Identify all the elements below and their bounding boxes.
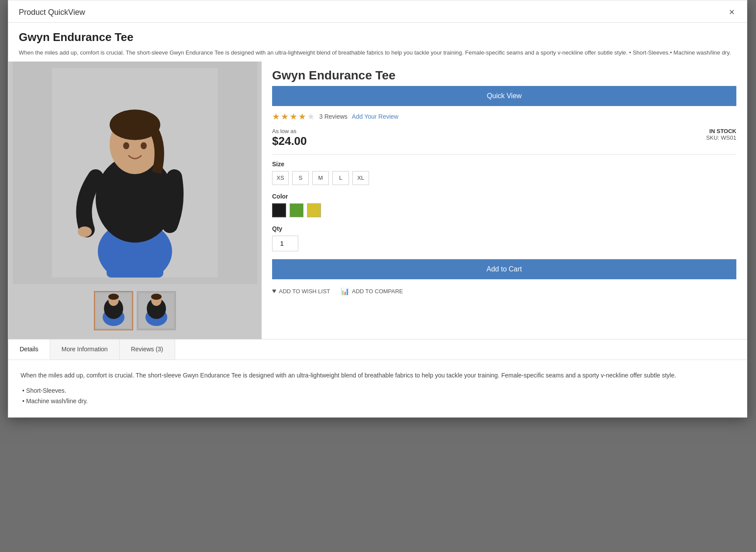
tab-details[interactable]: Details bbox=[8, 339, 50, 360]
qty-label: Qty bbox=[272, 225, 736, 232]
svg-point-8 bbox=[123, 142, 129, 149]
sku-value: WS01 bbox=[721, 134, 736, 141]
star-3: ★ bbox=[290, 111, 297, 122]
star-1: ★ bbox=[272, 111, 280, 122]
rating-row: ★ ★ ★ ★ ★ 3 Reviews Add Your Review bbox=[272, 111, 736, 122]
main-product-image bbox=[13, 62, 257, 284]
color-black[interactable] bbox=[272, 203, 286, 217]
color-options bbox=[272, 203, 736, 217]
add-to-cart-button[interactable]: Add to Cart bbox=[272, 259, 736, 279]
modal-container: Product QuickView × Gwyn Endurance Tee W… bbox=[8, 0, 747, 418]
thumbnail-2[interactable] bbox=[137, 291, 176, 330]
color-option-label: Color bbox=[272, 193, 736, 200]
svg-rect-2 bbox=[107, 238, 131, 278]
wishlist-compare-row: ♥ ADD TO WISH LIST 📊 ADD TO COMPARE bbox=[272, 287, 736, 295]
wishlist-label: ADD TO WISH LIST bbox=[279, 288, 330, 295]
size-option-label: Size bbox=[272, 161, 736, 168]
svg-point-20 bbox=[151, 294, 162, 300]
tab-reviews[interactable]: Reviews (3) bbox=[120, 339, 175, 360]
tabs-nav: Details More Information Reviews (3) bbox=[8, 339, 747, 360]
star-2: ★ bbox=[281, 111, 289, 122]
price-section: As low as $24.00 bbox=[272, 128, 307, 148]
modal-header: Product QuickView × bbox=[8, 0, 747, 23]
add-to-compare-link[interactable]: 📊 ADD TO COMPARE bbox=[341, 287, 403, 295]
as-low-as-label: As low as bbox=[272, 128, 307, 134]
price-stock-row: As low as $24.00 IN STOCK SKU: WS01 bbox=[272, 128, 736, 148]
modal-product-description: When the miles add up, comfort is crucia… bbox=[19, 48, 736, 57]
svg-point-15 bbox=[108, 294, 119, 300]
product-detail-title: Gwyn Endurance Tee bbox=[272, 69, 736, 82]
quick-view-button[interactable]: Quick View bbox=[272, 86, 736, 106]
sku-label: SKU: bbox=[706, 134, 719, 141]
price-divider bbox=[272, 154, 736, 154]
modal-title: Product QuickView bbox=[19, 8, 85, 17]
svg-point-10 bbox=[78, 226, 92, 237]
tab-details-bullet-2: • Machine wash/line dry. bbox=[22, 396, 735, 407]
add-to-wishlist-link[interactable]: ♥ ADD TO WISH LIST bbox=[272, 287, 330, 295]
star-5: ★ bbox=[307, 111, 315, 122]
size-options: XS S M L XL bbox=[272, 171, 736, 185]
modal-image-area bbox=[8, 62, 262, 339]
modal-close-button[interactable]: × bbox=[727, 7, 736, 17]
stock-section: IN STOCK SKU: WS01 bbox=[706, 128, 736, 141]
size-l[interactable]: L bbox=[332, 171, 349, 185]
heart-icon: ♥ bbox=[272, 287, 276, 295]
modal-product-intro: Gwyn Endurance Tee When the miles add up… bbox=[8, 23, 747, 62]
product-price: $24.00 bbox=[272, 134, 307, 148]
size-s[interactable]: S bbox=[292, 171, 309, 185]
add-review-link[interactable]: Add Your Review bbox=[352, 113, 399, 120]
thumbnail-row bbox=[94, 291, 176, 330]
in-stock-label: IN STOCK bbox=[706, 128, 736, 134]
svg-rect-3 bbox=[139, 238, 163, 278]
product-image-svg bbox=[52, 68, 218, 278]
tab-details-bullet-1: • Short-Sleeves. bbox=[22, 386, 735, 396]
size-m[interactable]: M bbox=[312, 171, 329, 185]
color-yellow[interactable] bbox=[307, 203, 321, 217]
svg-point-9 bbox=[141, 142, 147, 149]
color-green[interactable] bbox=[290, 203, 304, 217]
reviews-count-link[interactable]: 3 Reviews bbox=[319, 113, 348, 120]
tabs-section: Details More Information Reviews (3) Whe… bbox=[8, 339, 747, 417]
tab-details-description: When the miles add up, comfort is crucia… bbox=[21, 370, 735, 381]
star-rating: ★ ★ ★ ★ ★ bbox=[272, 111, 315, 122]
modal-product-name: Gwyn Endurance Tee bbox=[19, 31, 736, 44]
size-xs[interactable]: XS bbox=[272, 171, 289, 185]
size-xl[interactable]: XL bbox=[352, 171, 369, 185]
thumbnail-1[interactable] bbox=[94, 291, 133, 330]
compare-icon: 📊 bbox=[341, 287, 349, 295]
thumbnail-2-image bbox=[139, 293, 174, 328]
compare-label: ADD TO COMPARE bbox=[352, 288, 403, 295]
tab-content-details: When the miles add up, comfort is crucia… bbox=[8, 360, 747, 417]
star-4: ★ bbox=[298, 111, 306, 122]
thumbnail-1-image bbox=[96, 293, 131, 328]
sku-row: SKU: WS01 bbox=[706, 134, 736, 141]
tab-more-information[interactable]: More Information bbox=[50, 339, 120, 360]
modal-body: Gwyn Endurance Tee Quick View ★ ★ ★ ★ ★ … bbox=[8, 62, 747, 339]
qty-input[interactable] bbox=[272, 236, 298, 251]
modal-details-area: Gwyn Endurance Tee Quick View ★ ★ ★ ★ ★ … bbox=[262, 62, 747, 339]
